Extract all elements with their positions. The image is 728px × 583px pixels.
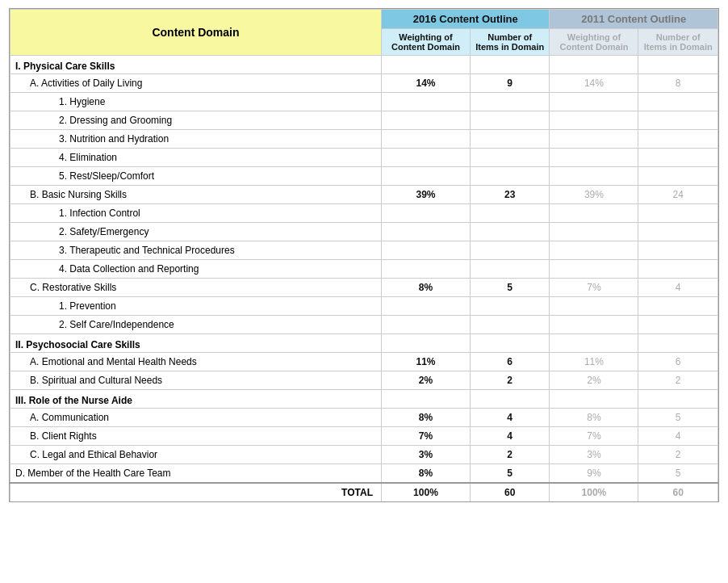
empty-cell (550, 334, 638, 353)
empty-cell (382, 223, 471, 241)
empty-cell (470, 390, 550, 409)
empty-cell (638, 56, 718, 74)
empty-cell (382, 390, 471, 409)
item-label: 5. Rest/Sleep/Comfort (10, 167, 382, 186)
empty-cell (382, 316, 471, 334)
empty-cell (550, 93, 638, 111)
section-label: II. Psychosocial Care Skills (10, 334, 382, 353)
table-row: I. Physical Care Skills (10, 56, 718, 74)
section-label: III. Role of the Nurse Aide (10, 390, 382, 409)
empty-cell (470, 316, 550, 334)
empty-cell (638, 93, 718, 111)
table-row: C. Legal and Ethical Behavior3%23%2 (10, 446, 718, 464)
weighting-2011: 7% (550, 427, 638, 446)
items-2011: 4 (638, 427, 718, 446)
total-weighting-2016: 100% (382, 483, 471, 501)
empty-cell (382, 334, 471, 353)
empty-cell (638, 241, 718, 260)
empty-cell (382, 167, 471, 186)
sub-label: B. Client Rights (10, 427, 382, 446)
sub-label: C. Legal and Ethical Behavior (10, 446, 382, 464)
empty-cell (470, 149, 550, 167)
table-body: I. Physical Care SkillsA. Activities of … (10, 56, 718, 502)
weighting-2016: 3% (382, 446, 471, 464)
weighting-2011: 3% (550, 446, 638, 464)
item-label: 1. Infection Control (10, 204, 382, 223)
empty-cell (470, 204, 550, 223)
empty-cell (550, 149, 638, 167)
table-row: B. Client Rights7%47%4 (10, 427, 718, 446)
table-row: TOTAL100%60100%60 (10, 483, 718, 501)
empty-cell (382, 260, 471, 279)
items-2016: 2 (470, 446, 550, 464)
sub-label: C. Restorative Skills (10, 279, 382, 297)
empty-cell (638, 297, 718, 316)
header-row-main: Content Domain 2016 Content Outline 2011… (10, 10, 718, 29)
items-2016: 5 (470, 464, 550, 484)
table-row: 4. Elimination (10, 149, 718, 167)
total-items-2016: 60 (470, 483, 550, 501)
weighting-2016: 8% (382, 409, 471, 427)
table-row: A. Emotional and Mental Health Needs11%6… (10, 353, 718, 371)
table-row: 4. Data Collection and Reporting (10, 260, 718, 279)
empty-cell (638, 316, 718, 334)
th-items-2016: Number of Items in Domain (470, 29, 550, 56)
table-row: A. Activities of Daily Living14%914%8 (10, 74, 718, 93)
empty-cell (550, 204, 638, 223)
empty-cell (382, 297, 471, 316)
empty-cell (638, 149, 718, 167)
th-weighting-2011: Weighting of Content Domain (550, 29, 638, 56)
items-2011: 5 (638, 464, 718, 484)
items-2011: 5 (638, 409, 718, 427)
table-row: 3. Nutrition and Hydration (10, 130, 718, 149)
empty-cell (470, 56, 550, 74)
items-2016: 4 (470, 427, 550, 446)
items-2011: 2 (638, 446, 718, 464)
weighting-2011: 14% (550, 74, 638, 93)
item-label: 3. Therapeutic and Technical Procedures (10, 241, 382, 260)
items-2016: 4 (470, 409, 550, 427)
sub-label: B. Basic Nursing Skills (10, 186, 382, 204)
weighting-2011: 8% (550, 409, 638, 427)
empty-cell (638, 111, 718, 130)
items-2016: 5 (470, 279, 550, 297)
th-items-2011: Number of Items in Domain (638, 29, 718, 56)
th-2016-outline: 2016 Content Outline (382, 10, 550, 29)
empty-cell (638, 260, 718, 279)
items-2016: 23 (470, 186, 550, 204)
empty-cell (638, 223, 718, 241)
th-content-domain: Content Domain (10, 10, 382, 56)
weighting-2016: 7% (382, 427, 471, 446)
empty-cell (470, 93, 550, 111)
empty-cell (470, 241, 550, 260)
table-row: 2. Safety/Emergency (10, 223, 718, 241)
item-label: 2. Dressing and Grooming (10, 111, 382, 130)
empty-cell (382, 111, 471, 130)
table-row: 2. Dressing and Grooming (10, 111, 718, 130)
table-row: 3. Therapeutic and Technical Procedures (10, 241, 718, 260)
empty-cell (550, 56, 638, 74)
item-label: 4. Elimination (10, 149, 382, 167)
table-row: B. Spiritual and Cultural Needs2%22%2 (10, 371, 718, 390)
weighting-2011: 11% (550, 353, 638, 371)
sub-label: D. Member of the Health Care Team (10, 464, 382, 484)
table-wrapper: Content Domain 2016 Content Outline 2011… (9, 8, 719, 502)
empty-cell (550, 297, 638, 316)
empty-cell (470, 111, 550, 130)
weighting-2016: 39% (382, 186, 471, 204)
items-2011: 24 (638, 186, 718, 204)
item-label: 1. Prevention (10, 297, 382, 316)
table-row: II. Psychosocial Care Skills (10, 334, 718, 353)
table-row: 1. Prevention (10, 297, 718, 316)
empty-cell (470, 223, 550, 241)
sub-label: A. Communication (10, 409, 382, 427)
weighting-2016: 2% (382, 371, 471, 390)
item-label: 4. Data Collection and Reporting (10, 260, 382, 279)
empty-cell (382, 130, 471, 149)
table-row: C. Restorative Skills8%57%4 (10, 279, 718, 297)
empty-cell (382, 56, 471, 74)
sub-label: B. Spiritual and Cultural Needs (10, 371, 382, 390)
items-2011: 2 (638, 371, 718, 390)
items-2016: 2 (470, 371, 550, 390)
empty-cell (638, 390, 718, 409)
